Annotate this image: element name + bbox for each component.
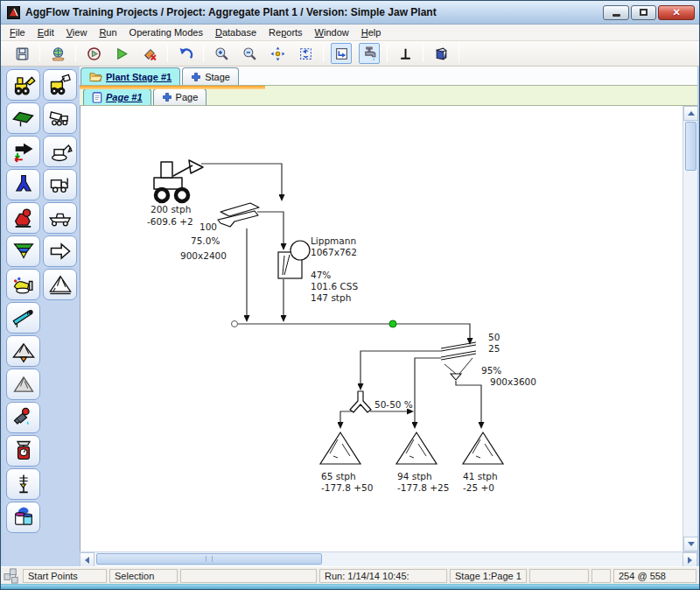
add-page-tab[interactable]: Page	[153, 88, 207, 105]
save-icon	[15, 46, 30, 61]
stockpile-1-node[interactable]	[320, 432, 360, 464]
stage-tab-bar: Plant Stage #1 Stage	[80, 67, 697, 85]
minimize-button[interactable]	[603, 5, 629, 20]
tool-dozer-trap[interactable]	[6, 269, 40, 300]
tool-haul-truck[interactable]	[43, 169, 77, 200]
tool-paint-mix[interactable]	[6, 502, 40, 533]
flow-point-dot[interactable]	[389, 320, 396, 327]
tool-conveyor[interactable]	[6, 302, 40, 334]
stockpile-icon	[10, 372, 37, 397]
maximize-button[interactable]	[631, 5, 656, 20]
splitter-icon	[10, 172, 37, 197]
scroll-up-button[interactable]	[683, 106, 698, 121]
folder-icon	[89, 71, 102, 82]
toolbar-separator	[323, 45, 324, 62]
run-play-icon	[115, 46, 130, 61]
toolbar-separator	[203, 45, 204, 62]
feeder-efficiency-label: 75.0%	[191, 235, 220, 246]
status-run-time: Run: 1/14/14 10:45:	[319, 569, 447, 583]
thumb-grip-icon	[206, 556, 213, 562]
loader-node[interactable]	[154, 160, 203, 201]
horizontal-scroll-thumb[interactable]	[96, 553, 322, 565]
tool-surge-pile[interactable]	[6, 335, 40, 367]
tool-crusher[interactable]	[6, 202, 40, 234]
splitter-ratio-label: 50-50 %	[374, 399, 413, 410]
chevron-right-icon	[688, 557, 692, 564]
tool-splitter[interactable]	[6, 169, 40, 200]
run-all-button[interactable]	[83, 43, 104, 64]
tool-flop-gate[interactable]	[6, 102, 40, 134]
stockpile-2-node[interactable]	[396, 432, 437, 464]
undo-button[interactable]	[175, 43, 196, 64]
run-button[interactable]	[111, 43, 132, 64]
menu-edit[interactable]: Edit	[32, 25, 60, 39]
menu-run[interactable]: Run	[93, 25, 122, 39]
stockpile-3-node[interactable]	[463, 432, 503, 464]
tool-water-spray[interactable]	[6, 402, 40, 433]
help-button[interactable]	[430, 43, 452, 64]
menu-database[interactable]: Database	[209, 25, 262, 39]
tab-plant-stage-1[interactable]: Plant Stage #1	[80, 67, 180, 85]
status-empty-1	[180, 569, 317, 583]
tool-flow-arrow[interactable]	[43, 235, 77, 267]
add-stage-tab[interactable]: Stage	[182, 67, 239, 85]
tool-stockpile-lined[interactable]	[43, 269, 77, 300]
measure-button[interactable]	[395, 43, 416, 64]
crusher-icon	[10, 206, 37, 230]
horizontal-scrollbar[interactable]	[80, 551, 697, 566]
save-button[interactable]	[11, 43, 32, 64]
publish-button[interactable]	[47, 43, 68, 64]
tool-screen[interactable]	[6, 235, 40, 267]
vertical-scrollbar[interactable]	[682, 106, 697, 551]
menu-view[interactable]: View	[60, 25, 94, 39]
tool-scraper[interactable]	[43, 202, 77, 234]
stockpile-2-gradation-label: -177.8 +25	[397, 482, 449, 493]
zoom-fit-button[interactable]	[295, 43, 316, 64]
menu-file[interactable]: File	[4, 25, 32, 39]
toolbar	[1, 41, 699, 67]
tool-sampler[interactable]	[6, 468, 40, 500]
stage-tab-label: Plant Stage #1	[106, 72, 172, 82]
zoom-center-icon	[270, 46, 285, 61]
toolbar-separator	[423, 45, 424, 62]
status-stage-page: Stage 1:Page 1	[450, 569, 527, 583]
close-button[interactable]: ✕	[658, 5, 695, 20]
scroll-down-button[interactable]	[683, 537, 698, 551]
menu-window[interactable]: Window	[309, 25, 355, 39]
menu-reports[interactable]: Reports	[262, 25, 309, 39]
splitter-node[interactable]	[350, 391, 371, 412]
feeder-node[interactable]	[218, 203, 259, 227]
title-bar[interactable]: AggFlow Training Projects / Project: Agg…	[1, 1, 699, 25]
horizontal-scroll-track[interactable]	[322, 552, 682, 566]
water-flow-toggle[interactable]	[359, 43, 380, 64]
water-spray-icon	[10, 405, 37, 430]
tool-excavator[interactable]	[43, 136, 77, 167]
menu-help[interactable]: Help	[355, 25, 388, 39]
menu-operating-modes[interactable]: Operating Modes	[123, 25, 209, 39]
stockpile-1-gradation-label: -177.8 +50	[321, 482, 373, 493]
zoom-out-button[interactable]	[239, 43, 260, 64]
tool-wheel-loader[interactable]	[6, 69, 40, 101]
vertical-scroll-thumb[interactable]	[685, 122, 696, 171]
clear-run-button[interactable]	[139, 43, 160, 64]
vertical-scroll-track[interactable]	[683, 172, 697, 537]
tool-feed-point[interactable]	[6, 136, 40, 167]
scroll-right-button[interactable]	[682, 552, 697, 567]
toolbar-separator	[167, 45, 168, 62]
flow-routing-toggle[interactable]	[331, 43, 352, 64]
tool-dump-truck[interactable]	[43, 102, 77, 134]
tool-track-loader[interactable]	[43, 69, 77, 101]
flowsheet-canvas[interactable]: 200 stph -609.6 +2 100 75.0% 900x2400 Li…	[80, 106, 682, 551]
page-tab-label: Page #1	[106, 92, 143, 102]
app-window: AggFlow Training Projects / Project: Agg…	[0, 0, 700, 590]
tab-page-1[interactable]: Page #1	[83, 88, 151, 105]
crusher-node[interactable]	[278, 241, 310, 278]
tool-scale[interactable]	[6, 435, 40, 467]
zoom-in-button[interactable]	[211, 43, 232, 64]
scroll-left-button[interactable]	[80, 552, 94, 567]
screen-node[interactable]	[441, 342, 476, 380]
toolbar-separator	[458, 45, 459, 62]
zoom-center-button[interactable]	[267, 43, 288, 64]
tool-stockpile[interactable]	[6, 369, 40, 400]
start-point-dot[interactable]	[232, 321, 238, 327]
